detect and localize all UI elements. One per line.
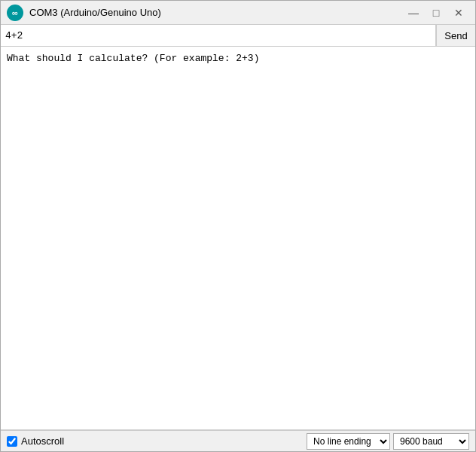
- autoscroll-area: Autoscroll: [7, 435, 307, 447]
- output-line: What should I calculate? (For example: 2…: [7, 51, 469, 66]
- title-bar: ∞ COM3 (Arduino/Genuino Uno) — □ ✕: [1, 1, 475, 25]
- maximize-button[interactable]: □: [426, 5, 447, 21]
- minimize-button[interactable]: —: [403, 5, 424, 21]
- autoscroll-checkbox[interactable]: [7, 436, 17, 447]
- serial-monitor-window: ∞ COM3 (Arduino/Genuino Uno) — □ ✕ Send …: [0, 0, 476, 452]
- line-ending-select[interactable]: No line ending Newline Carriage return B…: [307, 433, 390, 450]
- window-title: COM3 (Arduino/Genuino Uno): [29, 7, 403, 18]
- send-button[interactable]: Send: [436, 25, 475, 46]
- serial-input[interactable]: [1, 25, 436, 46]
- svg-text:∞: ∞: [12, 8, 18, 17]
- baud-rate-select[interactable]: 300 baud 1200 baud 2400 baud 4800 baud 9…: [393, 433, 469, 450]
- close-button[interactable]: ✕: [448, 5, 469, 21]
- status-bar: Autoscroll No line ending Newline Carria…: [1, 430, 475, 451]
- input-bar: Send: [1, 25, 475, 47]
- autoscroll-label: Autoscroll: [21, 435, 64, 447]
- status-bar-right: No line ending Newline Carriage return B…: [307, 433, 469, 450]
- window-controls: — □ ✕: [403, 5, 469, 21]
- serial-output-area: What should I calculate? (For example: 2…: [1, 47, 475, 430]
- arduino-logo: ∞: [7, 5, 23, 21]
